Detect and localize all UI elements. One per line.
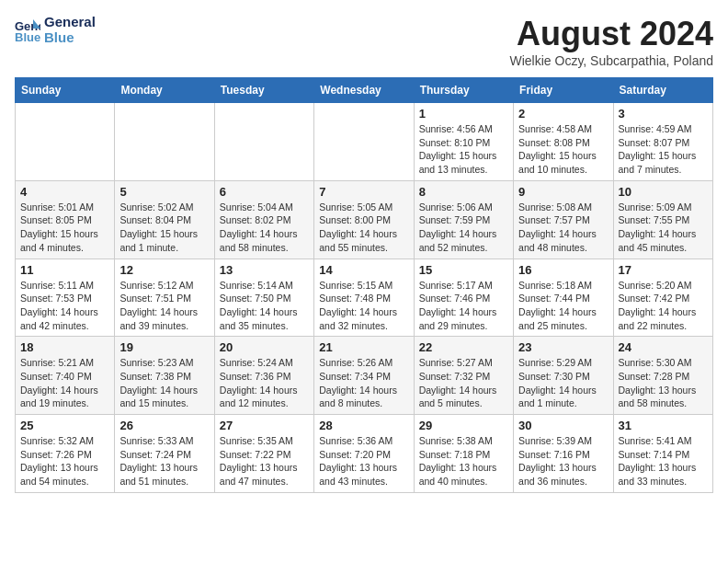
day-info: Sunrise: 5:29 AM Sunset: 7:30 PM Dayligh… bbox=[518, 356, 608, 410]
day-number: 18 bbox=[20, 340, 109, 354]
day-number: 30 bbox=[518, 419, 608, 432]
day-info: Sunrise: 5:11 AM Sunset: 7:53 PM Dayligh… bbox=[20, 279, 109, 333]
day-number: 10 bbox=[619, 185, 708, 199]
day-info: Sunrise: 5:32 AM Sunset: 7:26 PM Dayligh… bbox=[20, 434, 109, 488]
day-number: 29 bbox=[419, 419, 508, 432]
calendar-cell: 19Sunrise: 5:23 AM Sunset: 7:38 PM Dayli… bbox=[115, 337, 214, 415]
weekday-header-monday: Monday bbox=[115, 78, 214, 103]
day-number: 31 bbox=[619, 419, 708, 432]
day-number: 7 bbox=[319, 185, 408, 199]
logo-line2: Blue bbox=[44, 30, 96, 46]
calendar-cell: 25Sunrise: 5:32 AM Sunset: 7:26 PM Dayli… bbox=[16, 415, 115, 493]
calendar-week-row: 25Sunrise: 5:32 AM Sunset: 7:26 PM Dayli… bbox=[16, 415, 713, 493]
day-number: 26 bbox=[119, 419, 209, 432]
day-number: 16 bbox=[518, 263, 608, 277]
weekday-header-thursday: Thursday bbox=[414, 78, 513, 103]
day-info: Sunrise: 5:39 AM Sunset: 7:16 PM Dayligh… bbox=[518, 434, 608, 488]
day-info: Sunrise: 5:30 AM Sunset: 7:28 PM Dayligh… bbox=[619, 356, 708, 410]
month-title: August 2024 bbox=[509, 15, 713, 53]
calendar-cell: 31Sunrise: 5:41 AM Sunset: 7:14 PM Dayli… bbox=[613, 415, 712, 493]
day-number: 15 bbox=[419, 263, 508, 277]
calendar-cell: 20Sunrise: 5:24 AM Sunset: 7:36 PM Dayli… bbox=[214, 337, 313, 415]
title-area: August 2024 Wielkie Oczy, Subcarpathia, … bbox=[509, 15, 713, 68]
weekday-header-friday: Friday bbox=[514, 78, 613, 103]
day-info: Sunrise: 5:14 AM Sunset: 7:50 PM Dayligh… bbox=[220, 279, 309, 333]
location-subtitle: Wielkie Oczy, Subcarpathia, Poland bbox=[509, 53, 713, 68]
day-number: 3 bbox=[619, 107, 708, 121]
day-number: 8 bbox=[419, 185, 508, 199]
calendar-cell: 26Sunrise: 5:33 AM Sunset: 7:24 PM Dayli… bbox=[115, 415, 214, 493]
calendar-cell: 22Sunrise: 5:27 AM Sunset: 7:32 PM Dayli… bbox=[414, 337, 513, 415]
weekday-header-row: SundayMondayTuesdayWednesdayThursdayFrid… bbox=[16, 78, 713, 103]
day-info: Sunrise: 5:24 AM Sunset: 7:36 PM Dayligh… bbox=[220, 356, 309, 410]
day-number: 6 bbox=[220, 185, 309, 199]
day-number: 17 bbox=[619, 263, 708, 277]
calendar-cell bbox=[16, 103, 115, 181]
calendar-cell: 23Sunrise: 5:29 AM Sunset: 7:30 PM Dayli… bbox=[514, 337, 613, 415]
calendar-cell: 9Sunrise: 5:08 AM Sunset: 7:57 PM Daylig… bbox=[514, 180, 613, 259]
day-info: Sunrise: 5:21 AM Sunset: 7:40 PM Dayligh… bbox=[20, 356, 109, 410]
day-info: Sunrise: 5:04 AM Sunset: 8:02 PM Dayligh… bbox=[220, 201, 309, 255]
day-number: 4 bbox=[20, 185, 109, 199]
day-info: Sunrise: 5:33 AM Sunset: 7:24 PM Dayligh… bbox=[119, 434, 209, 488]
day-number: 22 bbox=[419, 340, 508, 354]
calendar-week-row: 11Sunrise: 5:11 AM Sunset: 7:53 PM Dayli… bbox=[16, 259, 713, 337]
day-number: 21 bbox=[319, 340, 408, 354]
weekday-header-tuesday: Tuesday bbox=[214, 78, 313, 103]
calendar-cell: 8Sunrise: 5:06 AM Sunset: 7:59 PM Daylig… bbox=[414, 180, 513, 259]
day-info: Sunrise: 5:02 AM Sunset: 8:04 PM Dayligh… bbox=[119, 201, 209, 255]
day-number: 13 bbox=[220, 263, 309, 277]
logo-line1: General bbox=[44, 15, 96, 30]
calendar-cell: 3Sunrise: 4:59 AM Sunset: 8:07 PM Daylig… bbox=[613, 103, 712, 181]
day-info: Sunrise: 5:01 AM Sunset: 8:05 PM Dayligh… bbox=[20, 201, 109, 255]
day-info: Sunrise: 5:27 AM Sunset: 7:32 PM Dayligh… bbox=[419, 356, 508, 410]
calendar-cell: 13Sunrise: 5:14 AM Sunset: 7:50 PM Dayli… bbox=[214, 259, 313, 337]
calendar-cell: 21Sunrise: 5:26 AM Sunset: 7:34 PM Dayli… bbox=[314, 337, 414, 415]
day-info: Sunrise: 5:09 AM Sunset: 7:55 PM Dayligh… bbox=[619, 201, 708, 255]
day-info: Sunrise: 5:05 AM Sunset: 8:00 PM Dayligh… bbox=[319, 201, 408, 255]
day-info: Sunrise: 5:23 AM Sunset: 7:38 PM Dayligh… bbox=[119, 356, 209, 410]
day-number: 2 bbox=[518, 107, 608, 121]
calendar-cell: 1Sunrise: 4:56 AM Sunset: 8:10 PM Daylig… bbox=[414, 103, 513, 181]
calendar-cell bbox=[214, 103, 313, 181]
weekday-header-saturday: Saturday bbox=[613, 78, 712, 103]
calendar-cell bbox=[314, 103, 414, 181]
day-info: Sunrise: 5:41 AM Sunset: 7:14 PM Dayligh… bbox=[619, 434, 708, 488]
calendar-week-row: 18Sunrise: 5:21 AM Sunset: 7:40 PM Dayli… bbox=[16, 337, 713, 415]
day-number: 12 bbox=[119, 263, 209, 277]
day-info: Sunrise: 5:18 AM Sunset: 7:44 PM Dayligh… bbox=[518, 279, 608, 333]
calendar-cell: 30Sunrise: 5:39 AM Sunset: 7:16 PM Dayli… bbox=[514, 415, 613, 493]
calendar-cell: 24Sunrise: 5:30 AM Sunset: 7:28 PM Dayli… bbox=[613, 337, 712, 415]
day-number: 9 bbox=[518, 185, 608, 199]
day-number: 23 bbox=[518, 340, 608, 354]
logo: General Blue General Blue bbox=[15, 15, 96, 45]
calendar-week-row: 4Sunrise: 5:01 AM Sunset: 8:05 PM Daylig… bbox=[16, 180, 713, 259]
calendar-cell: 14Sunrise: 5:15 AM Sunset: 7:48 PM Dayli… bbox=[314, 259, 414, 337]
day-info: Sunrise: 5:20 AM Sunset: 7:42 PM Dayligh… bbox=[619, 279, 708, 333]
day-info: Sunrise: 5:36 AM Sunset: 7:20 PM Dayligh… bbox=[319, 434, 408, 488]
day-number: 27 bbox=[220, 419, 309, 432]
calendar-cell: 12Sunrise: 5:12 AM Sunset: 7:51 PM Dayli… bbox=[115, 259, 214, 337]
day-number: 28 bbox=[319, 419, 408, 432]
calendar-cell: 17Sunrise: 5:20 AM Sunset: 7:42 PM Dayli… bbox=[613, 259, 712, 337]
calendar-cell: 18Sunrise: 5:21 AM Sunset: 7:40 PM Dayli… bbox=[16, 337, 115, 415]
day-info: Sunrise: 5:08 AM Sunset: 7:57 PM Dayligh… bbox=[518, 201, 608, 255]
calendar-cell bbox=[115, 103, 214, 181]
day-info: Sunrise: 5:26 AM Sunset: 7:34 PM Dayligh… bbox=[319, 356, 408, 410]
svg-text:Blue: Blue bbox=[15, 30, 40, 43]
header: General Blue General Blue August 2024 Wi… bbox=[15, 15, 713, 68]
day-info: Sunrise: 5:15 AM Sunset: 7:48 PM Dayligh… bbox=[319, 279, 408, 333]
day-number: 5 bbox=[119, 185, 209, 199]
day-info: Sunrise: 5:06 AM Sunset: 7:59 PM Dayligh… bbox=[419, 201, 508, 255]
weekday-header-wednesday: Wednesday bbox=[314, 78, 414, 103]
day-info: Sunrise: 5:35 AM Sunset: 7:22 PM Dayligh… bbox=[220, 434, 309, 488]
calendar-cell: 4Sunrise: 5:01 AM Sunset: 8:05 PM Daylig… bbox=[16, 180, 115, 259]
calendar-cell: 16Sunrise: 5:18 AM Sunset: 7:44 PM Dayli… bbox=[514, 259, 613, 337]
day-info: Sunrise: 4:59 AM Sunset: 8:07 PM Dayligh… bbox=[619, 122, 708, 177]
calendar-cell: 11Sunrise: 5:11 AM Sunset: 7:53 PM Dayli… bbox=[16, 259, 115, 337]
day-number: 19 bbox=[119, 340, 209, 354]
calendar-cell: 27Sunrise: 5:35 AM Sunset: 7:22 PM Dayli… bbox=[214, 415, 313, 493]
calendar-cell: 28Sunrise: 5:36 AM Sunset: 7:20 PM Dayli… bbox=[314, 415, 414, 493]
calendar-cell: 7Sunrise: 5:05 AM Sunset: 8:00 PM Daylig… bbox=[314, 180, 414, 259]
day-info: Sunrise: 5:12 AM Sunset: 7:51 PM Dayligh… bbox=[119, 279, 209, 333]
